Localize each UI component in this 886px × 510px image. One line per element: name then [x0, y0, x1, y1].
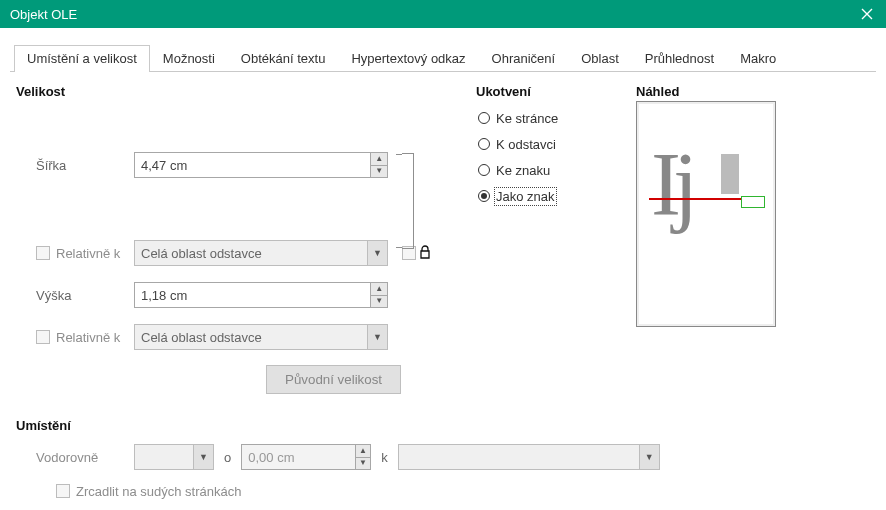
width-spinner[interactable]: ▲ ▼	[370, 153, 387, 177]
rel-width-checkbox	[36, 246, 50, 260]
tab-6[interactable]: Průhlednost	[632, 45, 727, 72]
anchor-label: K odstavci	[496, 137, 556, 152]
rel-height-row: Relativně k	[16, 330, 134, 345]
anchor-option-0[interactable]: Ke stránce	[476, 105, 626, 131]
height-spinner[interactable]: ▲ ▼	[370, 283, 387, 307]
chevron-down-icon: ▼	[367, 241, 387, 265]
preview-box: Ij	[636, 101, 776, 327]
chevron-down-icon: ▼	[367, 325, 387, 349]
position-heading: Umístění	[16, 418, 870, 433]
tab-strip: Umístění a velikostMožnostiObtékání text…	[10, 44, 876, 72]
anchor-label: Ke stránce	[496, 111, 558, 126]
rel-width-combo: Celá oblast odstavce ▼	[134, 240, 388, 266]
original-size-button[interactable]: Původní velikost	[266, 365, 401, 394]
chevron-down-icon: ▼	[193, 445, 213, 469]
spin-up-icon: ▲	[356, 445, 371, 457]
preview-object	[721, 154, 739, 194]
tab-7[interactable]: Makro	[727, 45, 789, 72]
width-label: Šířka	[16, 158, 134, 173]
spin-up-icon[interactable]: ▲	[371, 283, 387, 295]
horiz-at-field	[242, 445, 354, 469]
horiz-to-label: k	[371, 450, 398, 465]
spin-down-icon[interactable]: ▼	[371, 295, 387, 308]
spin-down-icon[interactable]: ▼	[371, 165, 387, 178]
width-field[interactable]	[135, 153, 370, 177]
mirror-label: Zrcadlit na sudých stránkách	[76, 484, 241, 499]
tab-3[interactable]: Hypertextový odkaz	[338, 45, 478, 72]
preview-glyphs: Ij	[651, 140, 690, 230]
preview-heading: Náhled	[636, 84, 870, 99]
radio-icon	[478, 138, 490, 150]
spin-up-icon[interactable]: ▲	[371, 153, 387, 165]
anchor-option-3[interactable]: Jako znak	[476, 183, 626, 209]
tab-panel: Velikost Šířka ▲ ▼	[10, 72, 876, 510]
tab-5[interactable]: Oblast	[568, 45, 632, 72]
rel-width-label: Relativně k	[56, 246, 120, 261]
anchor-option-1[interactable]: K odstavci	[476, 131, 626, 157]
height-field[interactable]	[135, 283, 370, 307]
horiz-at-label: o	[214, 450, 241, 465]
horiz-at-input: ▲▼	[241, 444, 371, 470]
horiz-label: Vodorovně	[16, 450, 134, 465]
size-heading: Velikost	[16, 84, 476, 99]
horiz-align-combo: ▼	[134, 444, 214, 470]
horiz-to-combo: ▼	[398, 444, 660, 470]
anchor-option-2[interactable]: Ke znaku	[476, 157, 626, 183]
lock-icon	[416, 245, 434, 262]
tab-0[interactable]: Umístění a velikost	[14, 45, 150, 72]
titlebar: Objekt OLE	[0, 0, 886, 28]
width-input[interactable]: ▲ ▼	[134, 152, 388, 178]
radio-icon	[478, 112, 490, 124]
height-input[interactable]: ▲ ▼	[134, 282, 388, 308]
preview-cursor	[741, 196, 765, 208]
mirror-checkbox	[56, 484, 70, 498]
close-icon	[861, 8, 873, 20]
close-button[interactable]	[854, 3, 880, 25]
tab-4[interactable]: Ohraničení	[479, 45, 569, 72]
tab-2[interactable]: Obtékání textu	[228, 45, 339, 72]
rel-width-row: Relativně k	[16, 246, 134, 261]
anchor-heading: Ukotvení	[476, 84, 626, 99]
rel-height-checkbox	[36, 330, 50, 344]
radio-icon	[478, 190, 490, 202]
rel-height-label: Relativně k	[56, 330, 120, 345]
anchor-label: Jako znak	[496, 189, 555, 204]
height-label: Výška	[16, 288, 134, 303]
radio-icon	[478, 164, 490, 176]
rel-height-combo: Celá oblast odstavce ▼	[134, 324, 388, 350]
tab-1[interactable]: Možnosti	[150, 45, 228, 72]
spin-down-icon: ▼	[356, 457, 371, 470]
chevron-down-icon: ▼	[639, 445, 659, 469]
anchor-label: Ke znaku	[496, 163, 550, 178]
window-title: Objekt OLE	[10, 7, 77, 22]
